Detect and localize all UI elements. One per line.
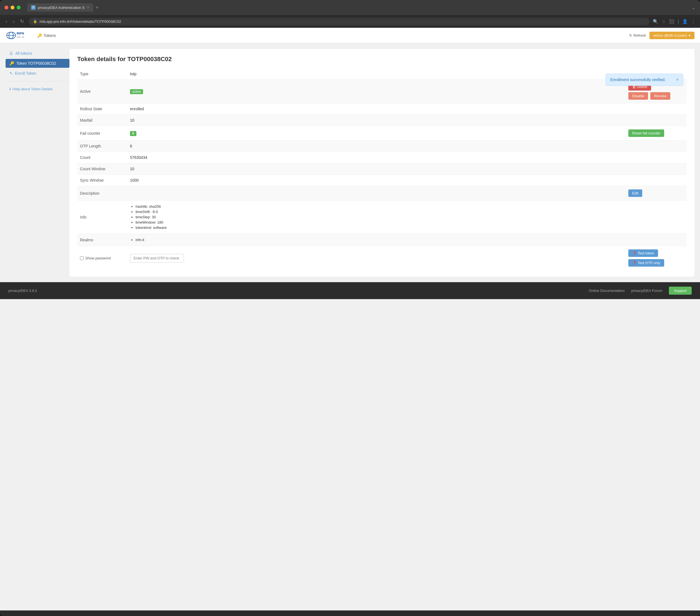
tokens-nav-item[interactable]: 🔑 Tokens <box>33 32 60 39</box>
field-value: totp <box>127 68 626 80</box>
active-token-label: Token TOTP00038C02 <box>16 61 56 65</box>
profile-icon[interactable]: 👤 <box>682 19 688 24</box>
question-icon: ❓ <box>632 261 637 265</box>
user-menu[interactable]: enrico @infn.it (user) ▾ <box>649 32 695 39</box>
browser-menu-button[interactable]: ⌄ <box>691 4 696 11</box>
reset-fail-counter-button[interactable]: Reset fail counter <box>628 129 664 137</box>
logo[interactable]: INFN CCR · IAI <box>5 30 28 40</box>
table-row: Maxfail 10 <box>77 115 687 126</box>
field-actions <box>626 163 687 175</box>
field-label: OTP Length <box>77 140 127 152</box>
question-icon: ❓ <box>632 251 637 255</box>
support-button[interactable]: Support <box>669 287 692 295</box>
tab-close-button[interactable]: × <box>87 5 89 10</box>
field-value: 10 <box>127 163 626 175</box>
help-icon: ℹ <box>10 87 11 91</box>
search-icon[interactable]: 🔍 <box>653 19 658 24</box>
divider: | <box>678 19 679 24</box>
new-tab-button[interactable]: + <box>96 4 99 11</box>
field-label: Maxfail <box>77 115 127 126</box>
bookmark-icon[interactable]: ☆ <box>662 19 665 24</box>
list-icon: ☰ <box>10 51 13 55</box>
field-value: 57630434 <box>127 152 626 163</box>
sidebar-divider <box>5 81 70 81</box>
table-row: Info hashlib: sha256 timeShift: -9.0 tim… <box>77 201 687 234</box>
disable-button[interactable]: Disable <box>628 92 648 100</box>
refresh-icon: ↻ <box>629 33 632 37</box>
svg-text:CCR · IAI: CCR · IAI <box>17 36 24 38</box>
reload-button[interactable]: ↻ <box>19 17 25 26</box>
enroll-token-label: Enroll Token <box>15 71 36 76</box>
field-label: Realms <box>77 234 127 246</box>
table-row: Fail counter 0 Reset fail counter <box>77 126 687 140</box>
show-password-checkbox[interactable] <box>80 256 84 260</box>
address-bar[interactable]: 🔒 mfa.app-pre.infn.it/#!/token/details/T… <box>29 18 649 25</box>
field-actions <box>626 115 687 126</box>
maximize-button[interactable] <box>17 5 21 10</box>
menu-icon[interactable]: ⋮ <box>691 19 696 24</box>
user-menu-chevron: ▾ <box>689 33 690 37</box>
sidebar-item-all-tokens[interactable]: ☰ All tokens <box>5 49 70 58</box>
refresh-button[interactable]: ↻ Refresh <box>629 33 646 37</box>
list-item: timeWindow: 180 <box>136 220 623 225</box>
table-row: Realms infn.it <box>77 234 687 246</box>
security-icon: 🔒 <box>33 20 37 23</box>
fail-counter-badge: 0 <box>130 131 136 136</box>
field-label: Show password <box>77 246 127 270</box>
field-label: Count Window <box>77 163 127 175</box>
close-button[interactable] <box>4 5 8 10</box>
sidebar-item-token[interactable]: 🔑 Token TOTP00038C02 <box>5 59 70 68</box>
table-row: Rollout State enrolled <box>77 103 687 115</box>
field-label: Description <box>77 186 127 201</box>
table-row: Count Window 10 <box>77 163 687 175</box>
field-value <box>127 186 626 201</box>
field-actions <box>626 140 687 152</box>
browser-tab[interactable]: P privacyIDEA Authentication S × <box>27 3 93 12</box>
forward-button[interactable]: › <box>12 17 15 26</box>
forum-link[interactable]: privacyIDEA Forum <box>631 289 662 293</box>
show-password-label[interactable]: Show password <box>80 256 124 260</box>
field-value: infn.it <box>127 234 626 246</box>
top-navbar: INFN CCR · IAI 🔑 Tokens ↻ Refresh enrico… <box>0 28 700 43</box>
tokens-label: Tokens <box>43 33 56 38</box>
test-otp-only-button[interactable]: ❓ Test OTP only <box>628 259 664 267</box>
field-value: enrolled <box>127 103 626 115</box>
version-text: privacyIDEA 3.9.2 <box>8 289 37 293</box>
footer: privacyIDEA 3.9.2 Online Documentation p… <box>0 282 700 299</box>
field-value: 0 <box>127 126 626 140</box>
sidebar-item-enroll[interactable]: ✎ Enroll Token <box>5 69 70 78</box>
documentation-link[interactable]: Online Documentation <box>589 289 625 293</box>
notification-message: Enrollment successfully verified. <box>610 77 665 82</box>
field-value: active <box>127 80 626 103</box>
table-row: OTP Length 6 <box>77 140 687 152</box>
field-label: Info <box>77 201 127 234</box>
notification-close-button[interactable]: × <box>676 77 679 82</box>
table-row: Show password ❓ Test token <box>77 246 687 270</box>
field-actions <box>626 103 687 115</box>
list-item: hashlib: sha256 <box>136 204 623 209</box>
field-label: Count <box>77 152 127 163</box>
test-token-button[interactable]: ❓ Test token <box>628 249 658 257</box>
field-actions <box>626 234 687 246</box>
list-item: infn.it <box>136 237 623 242</box>
table-row: Count 57630434 <box>77 152 687 163</box>
list-item: timeShift: -9.0 <box>136 209 623 214</box>
revoke-button[interactable]: Revoke <box>650 92 670 100</box>
edit-description-button[interactable]: Edit <box>628 189 642 197</box>
sidebar-help-link[interactable]: ℹ Help about Token Details <box>5 85 70 93</box>
test-token-input[interactable] <box>130 254 184 262</box>
field-label: Type <box>77 68 127 80</box>
list-item: timeStep: 30 <box>136 214 623 220</box>
user-label: enrico @infn.it (user) <box>653 33 687 37</box>
token-details-panel: Token details for TOTP00038C02 Type totp… <box>70 49 695 277</box>
enroll-icon: ✎ <box>10 71 13 76</box>
field-label: Fail counter <box>77 126 127 140</box>
field-actions: Edit <box>626 186 687 201</box>
back-button[interactable]: ‹ <box>4 17 8 26</box>
extensions-icon[interactable]: ⬛ <box>669 19 674 24</box>
token-details-table: Type totp Active active <box>77 68 687 270</box>
active-badge: active <box>130 89 143 94</box>
tokens-icon: 🔑 <box>37 33 42 38</box>
minimize-button[interactable] <box>11 5 14 10</box>
field-actions: Reset fail counter <box>626 126 687 140</box>
